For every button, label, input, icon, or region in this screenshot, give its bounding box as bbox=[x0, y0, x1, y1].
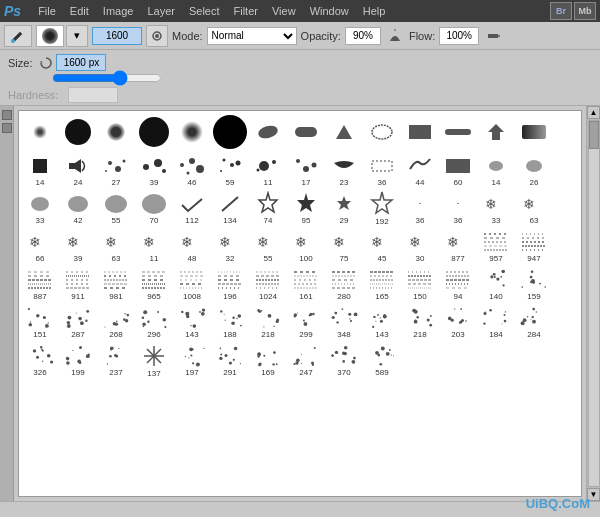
brush-cell[interactable]: 218 bbox=[401, 303, 439, 341]
menu-edit[interactable]: Edit bbox=[63, 3, 96, 19]
brush-cell[interactable]: 296 bbox=[135, 303, 173, 341]
brush-cell[interactable]: 26 bbox=[515, 151, 553, 189]
brush-cell[interactable]: 348 bbox=[325, 303, 363, 341]
brush-cell[interactable]: 1024 bbox=[249, 265, 287, 303]
brush-cell[interactable]: 291 bbox=[211, 341, 249, 379]
brush-cell[interactable] bbox=[211, 113, 249, 151]
brush-cell[interactable] bbox=[59, 113, 97, 151]
brush-cell[interactable]: 14 bbox=[477, 151, 515, 189]
brush-cell[interactable]: 947 bbox=[515, 227, 553, 265]
brush-cell[interactable]: ❄11 bbox=[135, 227, 173, 265]
brush-cell[interactable] bbox=[477, 113, 515, 151]
brush-cell[interactable]: ❄30 bbox=[401, 227, 439, 265]
brush-cell[interactable]: 1008 bbox=[173, 265, 211, 303]
brush-cell[interactable]: 161 bbox=[287, 265, 325, 303]
brush-cell[interactable]: ❄32 bbox=[211, 227, 249, 265]
brush-cell[interactable]: 23 bbox=[325, 151, 363, 189]
size-slider[interactable] bbox=[52, 73, 162, 83]
brush-cell[interactable]: ❄33 bbox=[477, 189, 515, 227]
brush-cell[interactable]: 188 bbox=[211, 303, 249, 341]
brush-cell[interactable]: ❄75 bbox=[325, 227, 363, 265]
brush-cell[interactable]: 203 bbox=[439, 303, 477, 341]
brush-cell[interactable]: 184 bbox=[477, 303, 515, 341]
brush-cell[interactable]: 46 bbox=[173, 151, 211, 189]
size-reset-icon[interactable] bbox=[38, 55, 54, 71]
brush-cell[interactable] bbox=[21, 113, 59, 151]
brush-cell[interactable]: 326 bbox=[21, 341, 59, 379]
brush-cell[interactable]: ❄63 bbox=[97, 227, 135, 265]
menu-image[interactable]: Image bbox=[96, 3, 141, 19]
brush-cell[interactable]: 299 bbox=[287, 303, 325, 341]
mode-select[interactable]: Normal Multiply Screen Overlay bbox=[207, 27, 297, 45]
brush-cell[interactable]: 247 bbox=[287, 341, 325, 379]
brush-cell[interactable]: 887 bbox=[21, 265, 59, 303]
brush-dropdown-arrow[interactable]: ▾ bbox=[66, 25, 88, 47]
brush-cell[interactable] bbox=[515, 113, 553, 151]
tablet-pressure-btn[interactable] bbox=[146, 25, 168, 47]
brush-cell[interactable] bbox=[325, 113, 363, 151]
brush-cell[interactable] bbox=[287, 113, 325, 151]
brush-cell[interactable] bbox=[439, 113, 477, 151]
brush-cell[interactable]: 36 bbox=[401, 189, 439, 227]
brush-cell[interactable]: 11 bbox=[249, 151, 287, 189]
brush-cell[interactable]: 165 bbox=[363, 265, 401, 303]
brush-grid-container[interactable]: 1424273946591117233644601426334255701121… bbox=[18, 110, 582, 497]
brush-cell[interactable]: ❄877 bbox=[439, 227, 477, 265]
brush-cell[interactable]: 280 bbox=[325, 265, 363, 303]
brush-cell[interactable]: 59 bbox=[211, 151, 249, 189]
brush-cell[interactable]: 70 bbox=[135, 189, 173, 227]
size-value-input[interactable] bbox=[56, 54, 106, 71]
brush-cell[interactable]: 957 bbox=[477, 227, 515, 265]
brush-cell[interactable]: 55 bbox=[97, 189, 135, 227]
brush-cell[interactable] bbox=[363, 113, 401, 151]
brush-cell[interactable]: 197 bbox=[173, 341, 211, 379]
brush-cell[interactable]: 268 bbox=[97, 303, 135, 341]
brush-cell[interactable]: 287 bbox=[59, 303, 97, 341]
brush-cell[interactable]: 24 bbox=[59, 151, 97, 189]
brush-cell[interactable]: 94 bbox=[439, 265, 477, 303]
brush-cell[interactable]: ❄55 bbox=[249, 227, 287, 265]
strip-item-2[interactable] bbox=[2, 123, 12, 133]
brush-cell[interactable]: 112 bbox=[173, 189, 211, 227]
brush-cell[interactable]: 196 bbox=[211, 265, 249, 303]
right-scrollbar[interactable]: ▲ ▼ bbox=[586, 106, 600, 501]
brush-preview-thumb[interactable] bbox=[36, 25, 64, 47]
flow-input[interactable] bbox=[439, 27, 479, 45]
brush-cell[interactable]: ❄100 bbox=[287, 227, 325, 265]
menu-file[interactable]: File bbox=[31, 3, 63, 19]
brush-cell[interactable] bbox=[97, 113, 135, 151]
brush-cell[interactable]: 60 bbox=[439, 151, 477, 189]
brush-cell[interactable]: 36 bbox=[363, 151, 401, 189]
menu-layer[interactable]: Layer bbox=[140, 3, 182, 19]
menu-select[interactable]: Select bbox=[182, 3, 227, 19]
brush-cell[interactable]: 42 bbox=[59, 189, 97, 227]
brush-cell[interactable]: ❄48 bbox=[173, 227, 211, 265]
brush-cell[interactable] bbox=[173, 113, 211, 151]
brush-cell[interactable]: ❄45 bbox=[363, 227, 401, 265]
brush-cell[interactable]: 159 bbox=[515, 265, 553, 303]
brush-cell[interactable]: 237 bbox=[97, 341, 135, 379]
menu-view[interactable]: View bbox=[265, 3, 303, 19]
strip-item-1[interactable] bbox=[2, 110, 12, 120]
brush-cell[interactable]: 284 bbox=[515, 303, 553, 341]
mb-btn[interactable]: Mb bbox=[574, 2, 596, 20]
brush-cell[interactable] bbox=[249, 113, 287, 151]
brush-cell[interactable]: 44 bbox=[401, 151, 439, 189]
brush-cell[interactable]: 140 bbox=[477, 265, 515, 303]
airbrush-icon[interactable] bbox=[483, 26, 503, 46]
brush-cell[interactable]: 134 bbox=[211, 189, 249, 227]
brush-cell[interactable]: 199 bbox=[59, 341, 97, 379]
brush-cell[interactable]: 965 bbox=[135, 265, 173, 303]
brush-cell[interactable]: 143 bbox=[173, 303, 211, 341]
brush-cell[interactable]: 39 bbox=[135, 151, 173, 189]
brush-cell[interactable]: 169 bbox=[249, 341, 287, 379]
scroll-track[interactable] bbox=[588, 120, 600, 487]
scroll-thumb[interactable] bbox=[589, 121, 599, 149]
menu-window[interactable]: Window bbox=[303, 3, 356, 19]
menu-help[interactable]: Help bbox=[356, 3, 393, 19]
brush-cell[interactable]: 981 bbox=[97, 265, 135, 303]
bridge-btn[interactable]: Br bbox=[550, 2, 572, 20]
menu-filter[interactable]: Filter bbox=[227, 3, 265, 19]
brush-cell[interactable]: 27 bbox=[97, 151, 135, 189]
brush-cell[interactable]: 150 bbox=[401, 265, 439, 303]
